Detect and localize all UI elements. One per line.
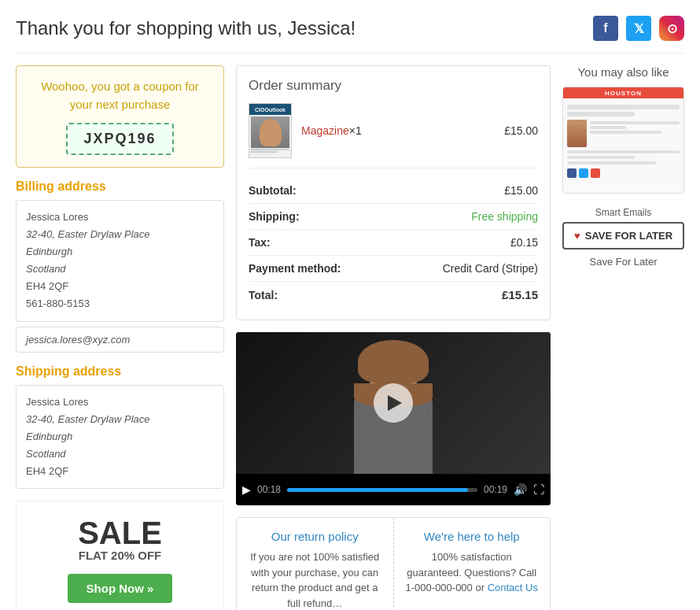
facebook-icon[interactable]: f: [593, 16, 618, 41]
sale-subtitle: FLAT 20% OFF: [32, 549, 208, 562]
billing-address-section: Billing address Jessica Lores 32-40, Eas…: [16, 179, 224, 353]
total-time: 00:19: [484, 484, 507, 495]
product-price: £15.00: [504, 124, 538, 137]
shipping-name: Jessica Lores: [26, 394, 214, 411]
save-for-later-label: Save For Later: [562, 256, 684, 268]
volume-button[interactable]: 🔊: [514, 483, 527, 496]
billing-name: Jessica Lores: [26, 209, 214, 226]
billing-email: jessica.lores@xyz.com: [16, 327, 224, 353]
product-thumbnail: CIOOutlook: [249, 103, 292, 158]
save-for-later-button[interactable]: ♥ SAVE FOR LATER: [562, 222, 684, 250]
help-text: 100% satisfaction guaranteed. Questions?…: [406, 549, 539, 596]
billing-city: Edinburgh: [26, 243, 214, 261]
coupon-text-line1: Woohoo, you got a coupon for: [41, 79, 199, 93]
recommended-product-label: Smart Emails: [562, 203, 684, 222]
coupon-box: Woohoo, you got a coupon for your next p…: [16, 65, 224, 168]
play-button[interactable]: [374, 383, 413, 423]
subtotal-label: Subtotal:: [249, 184, 297, 197]
progress-bar[interactable]: [287, 488, 477, 492]
tax-label: Tax:: [249, 236, 271, 249]
coupon-text-line2: your next purchase: [70, 98, 171, 111]
shipping-city: Edinburgh: [26, 428, 214, 445]
tax-value: £0.15: [510, 236, 538, 249]
total-value: £15.15: [502, 288, 538, 301]
summary-rows: Subtotal: £15.00 Shipping: Free shipping…: [249, 178, 538, 308]
right-sidebar: You may also like HOUSTON: [562, 65, 684, 610]
play-pause-button[interactable]: ▶: [242, 483, 251, 496]
shipping-label: Shipping:: [249, 210, 300, 223]
shipping-row: Shipping: Free shipping: [249, 204, 538, 230]
shipping-address1: 32-40, Easter Drylaw Place: [26, 411, 214, 428]
sale-title: SALE: [32, 517, 208, 549]
shipping-value: Free shipping: [471, 210, 538, 223]
heart-icon: ♥: [574, 230, 580, 242]
tax-row: Tax: £0.15: [249, 230, 538, 256]
product-qty: ×1: [349, 124, 362, 137]
total-label: Total:: [249, 289, 278, 301]
fullscreen-button[interactable]: ⛶: [533, 483, 544, 496]
subtotal-row: Subtotal: £15.00: [249, 178, 538, 204]
bottom-panels: Our return policy If you are not 100% sa…: [236, 517, 551, 610]
return-policy-panel: Our return policy If you are not 100% sa…: [237, 518, 394, 610]
return-policy-text: If you are not 100% satisfied with your …: [249, 549, 381, 610]
billing-region: Scotland: [26, 261, 214, 278]
payment-label: Payment method:: [249, 262, 341, 275]
order-summary-section: Order summary CIOOutlook: [236, 65, 551, 320]
shipping-title: Shipping address: [16, 364, 224, 379]
product-row: CIOOutlook: [249, 103, 538, 168]
billing-title: Billing address: [16, 179, 224, 194]
shipping-address-box: Jessica Lores 32-40, Easter Drylaw Place…: [16, 385, 224, 489]
billing-address-box: Jessica Lores 32-40, Easter Drylaw Place…: [16, 200, 224, 322]
help-panel: We're here to help 100% satisfaction gua…: [394, 518, 551, 610]
product-name-link[interactable]: Magazine: [301, 124, 349, 137]
coupon-code[interactable]: JXPQ196: [66, 123, 173, 155]
shipping-region: Scotland: [26, 445, 214, 463]
instagram-icon[interactable]: ⊙: [659, 16, 684, 41]
recommended-product[interactable]: HOUSTON: [562, 87, 684, 194]
video-player[interactable]: ▶ 00:18 00:19 🔊 ⛶: [236, 332, 551, 505]
help-title: We're here to help: [406, 530, 539, 543]
return-policy-title: Our return policy: [249, 530, 381, 543]
progress-fill: [287, 488, 468, 492]
payment-value: Credit Card (Stripe): [443, 262, 538, 275]
subtotal-value: £15.00: [504, 184, 538, 197]
shop-now-button[interactable]: Shop Now »: [68, 574, 173, 603]
billing-postcode: EH4 2QF: [26, 278, 214, 295]
sale-box: SALE FLAT 20% OFF Shop Now »: [16, 501, 224, 610]
current-time: 00:18: [257, 484, 281, 495]
you-may-like-heading: You may also like: [562, 65, 684, 79]
payment-row: Payment method: Credit Card (Stripe): [249, 256, 538, 282]
twitter-icon[interactable]: 𝕏: [626, 16, 651, 41]
contact-link[interactable]: Contact Us: [488, 582, 538, 593]
shipping-address-section: Shipping address Jessica Lores 32-40, Ea…: [16, 364, 224, 489]
shipping-postcode: EH4 2QF: [26, 463, 214, 480]
billing-address1: 32-40, Easter Drylaw Place: [26, 226, 214, 243]
billing-phone: 561-880-5153: [26, 295, 214, 312]
order-summary-title: Order summary: [249, 78, 538, 94]
save-btn-label: SAVE FOR LATER: [585, 230, 672, 242]
page-title: Thank you for shopping with us, Jessica!: [16, 17, 356, 39]
total-row: Total: £15.15: [249, 282, 538, 308]
video-controls: ▶ 00:18 00:19 🔊 ⛶: [236, 474, 551, 505]
